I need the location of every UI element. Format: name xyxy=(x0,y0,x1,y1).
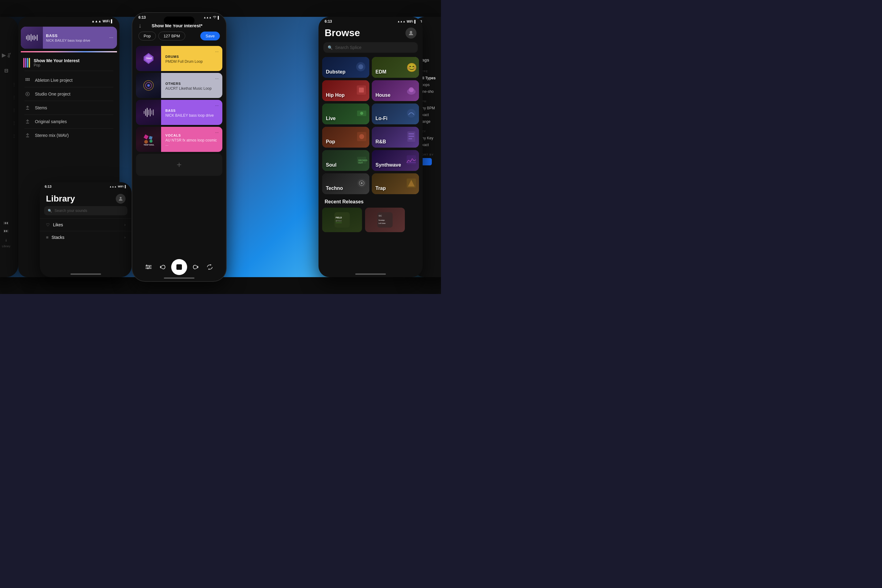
pop-label: Pop xyxy=(322,139,339,148)
soul-label: Soul xyxy=(322,162,340,171)
bpm-tag[interactable]: 127 BPM xyxy=(158,32,185,40)
export-original[interactable]: Original samples xyxy=(18,115,119,128)
loop-btn[interactable] xyxy=(204,261,216,273)
svg-point-19 xyxy=(150,140,153,143)
others-body: OTHERS AUCRT Likethat Music Loop ··· xyxy=(161,73,222,98)
export-ableton[interactable]: Ableton Live project xyxy=(18,74,119,87)
library-search[interactable]: 🔍 Search your sounds xyxy=(44,206,128,215)
svg-point-38 xyxy=(359,134,364,139)
genre-dubstep[interactable]: Dubstep xyxy=(322,57,369,78)
svg-rect-8 xyxy=(26,123,29,123)
save-button[interactable]: Save xyxy=(200,32,220,40)
hiphop-art xyxy=(355,84,368,98)
track-row[interactable]: Show Me Your Interest Pop xyxy=(18,55,119,71)
browse-title: Browse xyxy=(325,27,360,39)
genre-tag[interactable]: Pop xyxy=(138,32,156,40)
release-card-1[interactable]: FIELD &FOLK xyxy=(322,208,362,232)
genre-hiphop[interactable]: Hip Hop xyxy=(322,80,369,101)
release-card-2[interactable]: SC Nostalgic Lofi Guitar xyxy=(365,208,405,232)
likes-label: Likes xyxy=(53,222,63,227)
bass-card[interactable]: BASS NICK BAILEY bass loop drive ··· xyxy=(21,27,117,49)
next-icon[interactable]: ⏭ xyxy=(4,228,9,234)
genre-trap[interactable]: Trap xyxy=(372,173,419,194)
vocals-dots[interactable]: ··· xyxy=(215,130,219,135)
phone-far-left: ▶ Top ⊟ ♡ ⋮ ♡ ⋮ ♡ ⋮ ♡ ⋮ xyxy=(0,17,18,277)
original-icon xyxy=(24,118,31,124)
prev-icon[interactable]: ⏮ xyxy=(4,220,9,226)
forward-btn[interactable] xyxy=(189,261,201,273)
library-item-likes[interactable]: ♡ Likes › xyxy=(40,219,132,231)
filter-btn[interactable] xyxy=(142,261,154,273)
svg-rect-24 xyxy=(146,265,147,266)
browse-avatar[interactable] xyxy=(405,28,417,39)
stop-icon xyxy=(176,264,182,270)
bass-art xyxy=(136,100,161,125)
track-card-vocals[interactable]: TRAP SOUL VOCALS AU NTSR fx atmos loop c… xyxy=(136,127,222,152)
drums-dots[interactable]: ··· xyxy=(215,49,219,54)
bpm-range[interactable]: Range xyxy=(420,118,441,125)
nav-filter[interactable]: ⊟ xyxy=(0,63,18,78)
track-row-info: Show Me Your Interest Pop xyxy=(34,58,80,68)
diamond-icon: TRAP xyxy=(142,52,155,65)
type-all[interactable]: All Types xyxy=(420,75,441,81)
key-exact[interactable]: Exact xyxy=(420,141,441,148)
genre-synthwave[interactable]: Synthwave xyxy=(372,150,419,171)
home-indicator-browse xyxy=(355,273,386,275)
stems-icon xyxy=(24,105,31,111)
rewind-btn[interactable] xyxy=(157,261,169,273)
browse-search[interactable]: 🔍 Search Splice xyxy=(323,42,418,52)
bass-card-title: BASS xyxy=(46,33,103,38)
others-category: OTHERS xyxy=(165,82,218,86)
trap-art xyxy=(405,177,417,190)
add-card[interactable]: + xyxy=(136,154,222,176)
bass-card-dots[interactable]: ··· xyxy=(106,35,117,40)
back-icon[interactable]: ↓ xyxy=(138,22,141,29)
transport-bar xyxy=(132,259,226,275)
genre-edm[interactable]: 😊 EDM xyxy=(372,57,419,78)
status-icons-left: ▲▲▲ WiFi ▌ xyxy=(91,19,113,23)
track-card-others[interactable]: OTHERS AUCRT Likethat Music Loop ··· xyxy=(136,73,222,98)
stacks-left: ≡ Stacks xyxy=(46,235,64,240)
svg-rect-41 xyxy=(408,136,414,137)
type-loops[interactable]: Loops xyxy=(420,81,441,88)
genre-live[interactable]: Live xyxy=(322,104,369,124)
download-icon[interactable]: ↓ xyxy=(5,237,8,242)
key-any[interactable]: Any Key xyxy=(420,135,441,141)
svg-point-36 xyxy=(407,109,416,118)
bass-dots[interactable]: ··· xyxy=(215,103,219,108)
bpm-exact[interactable]: Exact xyxy=(420,111,441,118)
lofi-guitar-icon: SC Nostalgic Lofi Guitar xyxy=(377,212,393,228)
type-oneshot[interactable]: One-sho xyxy=(420,88,441,95)
library-avatar[interactable] xyxy=(116,194,126,204)
sort-label: SORT BY xyxy=(420,153,441,156)
filter-icon: ⊟ xyxy=(4,68,8,74)
svg-point-33 xyxy=(409,87,414,92)
nav-item-1[interactable]: ▶ Top xyxy=(0,48,18,63)
original-label: Original samples xyxy=(35,119,67,124)
type-label: TYPE xyxy=(420,70,441,73)
far-left-content: ▶ Top ⊟ ♡ ⋮ ♡ ⋮ ♡ ⋮ ♡ ⋮ xyxy=(0,17,18,142)
stop-btn[interactable] xyxy=(171,259,187,275)
bpm-any[interactable]: Any BPM xyxy=(420,105,441,111)
library-item-stacks[interactable]: ≡ Stacks › xyxy=(40,231,132,243)
others-dots[interactable]: ··· xyxy=(215,76,219,81)
genre-techno[interactable]: Techno xyxy=(322,173,369,194)
genre-lofi[interactable]: Lo-Fi xyxy=(372,104,419,124)
export-studioone[interactable]: Studio One project xyxy=(18,87,119,101)
track-card-drums[interactable]: TRAP DRUMS PMDM Full Drum Loop ··· xyxy=(136,46,222,71)
svg-rect-17 xyxy=(149,136,153,140)
home-indicator-center xyxy=(164,278,195,279)
svg-text:Lofi Guitar: Lofi Guitar xyxy=(378,222,386,224)
tag-row: Pop 127 BPM Save xyxy=(132,32,226,44)
house-label: House xyxy=(372,93,394,101)
genre-house[interactable]: House xyxy=(372,80,419,101)
track-card-bass[interactable]: BASS NICK BAILEY bass loop drive ··· xyxy=(136,100,222,125)
stereo-icon xyxy=(24,132,31,138)
genre-soul[interactable]: DECKEDOUT Soul xyxy=(322,150,369,171)
export-stems[interactable]: Stems xyxy=(18,101,119,114)
genre-pop[interactable]: Pop xyxy=(322,127,369,148)
genre-rnb[interactable]: R&B xyxy=(372,127,419,148)
dots-icon-1: ⋮ xyxy=(12,82,16,87)
house-art xyxy=(405,84,417,97)
export-stereo[interactable]: Stereo mix (WAV) xyxy=(18,129,119,142)
